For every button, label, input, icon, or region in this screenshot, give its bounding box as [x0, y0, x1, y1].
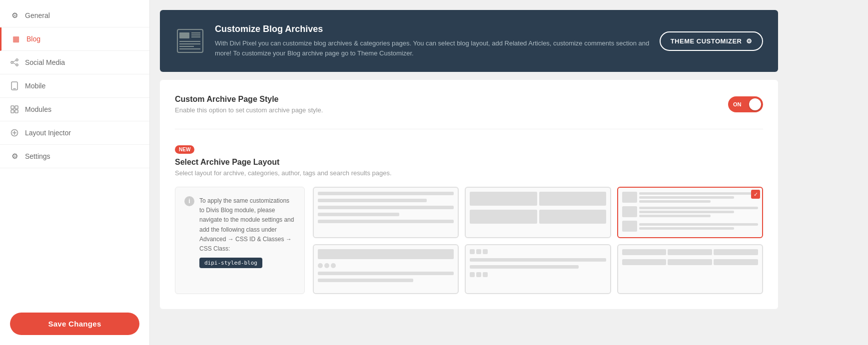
layout-thumb-6[interactable] — [617, 244, 763, 294]
custom-archive-label: Custom Archive Page Style Enable this op… — [175, 95, 323, 114]
sidebar-item-label: Settings — [25, 152, 50, 160]
svg-rect-9 — [11, 110, 14, 113]
svg-line-4 — [13, 63, 16, 64]
new-badge: NEW — [175, 145, 194, 154]
info-text: To apply the same customizations to Divi… — [199, 196, 295, 254]
custom-archive-row: Custom Archive Page Style Enable this op… — [175, 95, 763, 129]
save-button-container: Save Changes — [0, 303, 149, 345]
css-class-badge: dipi-styled-blog — [199, 258, 262, 268]
archive-layout-section: NEW Select Archive Page Layout Select la… — [175, 144, 763, 294]
svg-point-0 — [16, 59, 18, 61]
settings-icon: ⚙ — [10, 152, 19, 161]
svg-rect-15 — [179, 32, 189, 38]
sidebar-item-social-media[interactable]: Social Media — [0, 51, 149, 74]
blog-icon: ▦ — [11, 34, 20, 43]
sidebar-item-settings[interactable]: ⚙ Settings — [0, 145, 149, 168]
right-panel — [788, 0, 868, 345]
sidebar-item-modules[interactable]: Modules — [0, 98, 149, 121]
sidebar-item-general[interactable]: ⚙ General — [0, 4, 149, 27]
layout-thumb-3[interactable] — [617, 187, 763, 238]
save-changes-button[interactable]: Save Changes — [10, 313, 139, 335]
mobile-icon — [10, 81, 19, 90]
svg-rect-10 — [15, 110, 18, 113]
archive-layout-title: Select Archive Page Layout — [175, 158, 763, 167]
layout-thumb-5[interactable] — [465, 244, 611, 294]
archive-layout-description: Select layout for archive, categories, a… — [175, 169, 763, 177]
custom-archive-title: Custom Archive Page Style — [175, 95, 323, 104]
sidebar-item-label: Modules — [25, 105, 51, 113]
sidebar-item-label: Blog — [26, 35, 40, 43]
custom-archive-toggle[interactable]: ON — [728, 96, 763, 112]
layout-thumb-2[interactable] — [465, 187, 611, 238]
sidebar-item-label: General — [25, 11, 50, 19]
layout-injector-icon — [10, 128, 19, 137]
sidebar-item-label: Layout Injector — [25, 129, 71, 137]
sidebar-item-mobile[interactable]: Mobile — [0, 74, 149, 98]
layout-grid — [313, 187, 763, 294]
main-content: Customize Blog Archives With Divi Pixel … — [150, 0, 788, 345]
layout-thumb-1[interactable] — [313, 187, 459, 238]
sidebar-item-layout-injector[interactable]: Layout Injector — [0, 121, 149, 145]
layout-thumb-4[interactable] — [313, 244, 459, 294]
banner-description: With Divi Pixel you can customize blog a… — [215, 38, 650, 58]
svg-rect-8 — [15, 106, 18, 109]
info-box: i To apply the same customizations to Di… — [175, 187, 305, 294]
svg-rect-7 — [11, 106, 14, 109]
banner-text: Customize Blog Archives With Divi Pixel … — [215, 24, 650, 58]
gear-icon: ⚙ — [10, 11, 19, 20]
sidebar-item-label: Social Media — [25, 58, 65, 66]
custom-archive-description: Enable this option to set custom archive… — [175, 106, 323, 114]
settings-panel: Custom Archive Page Style Enable this op… — [160, 80, 778, 309]
theme-customizer-label: THEME CUSTOMIZER — [671, 37, 742, 45]
customize-blog-banner: Customize Blog Archives With Divi Pixel … — [160, 10, 778, 72]
social-icon — [10, 58, 19, 67]
sidebar-item-label: Mobile — [25, 82, 45, 90]
svg-point-1 — [11, 61, 13, 63]
info-icon: i — [184, 196, 194, 206]
banner-icon — [175, 26, 205, 56]
banner-title: Customize Blog Archives — [215, 24, 650, 34]
modules-icon — [10, 105, 19, 114]
toggle-label: ON — [733, 101, 742, 107]
svg-line-3 — [13, 60, 16, 62]
svg-point-2 — [16, 64, 18, 66]
gear-icon: ⚙ — [746, 37, 753, 45]
sidebar: ⚙ General ▦ Blog Social Media Mobile — [0, 0, 150, 345]
archive-content: i To apply the same customizations to Di… — [175, 187, 763, 294]
sidebar-item-blog[interactable]: ▦ Blog — [0, 27, 149, 51]
toggle-knob — [749, 98, 761, 110]
theme-customizer-button[interactable]: THEME CUSTOMIZER ⚙ — [660, 31, 763, 51]
